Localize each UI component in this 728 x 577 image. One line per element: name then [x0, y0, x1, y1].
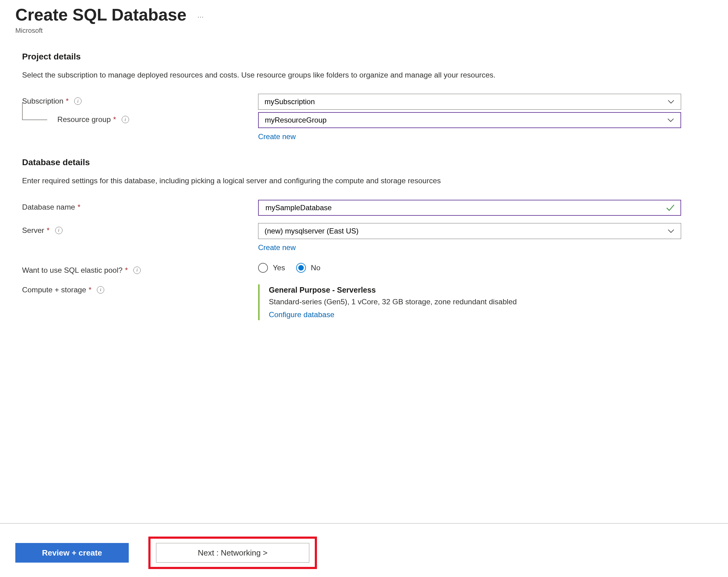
- wizard-footer: Review + create Next : Networking >: [0, 523, 728, 577]
- compute-storage-title: General Purpose - Serverless: [269, 286, 681, 294]
- chevron-down-icon: [667, 116, 675, 124]
- required-indicator: *: [88, 286, 92, 294]
- configure-database-link[interactable]: Configure database: [269, 310, 334, 319]
- database-name-label: Database name *: [22, 200, 258, 211]
- subscription-label: Subscription * i: [22, 94, 258, 105]
- resource-group-dropdown[interactable]: myResourceGroup: [258, 112, 681, 128]
- indent-branch-icon: [22, 102, 47, 120]
- elastic-pool-radio-yes[interactable]: Yes: [258, 263, 285, 273]
- radio-icon: [258, 263, 268, 273]
- project-details-description: Select the subscription to manage deploy…: [22, 70, 650, 81]
- chevron-down-icon: [667, 98, 675, 106]
- compute-storage-summary: General Purpose - Serverless Standard-se…: [258, 284, 681, 320]
- required-indicator: *: [66, 97, 69, 105]
- resource-group-label: Resource group * i: [22, 112, 258, 124]
- resource-group-create-new-link[interactable]: Create new: [258, 132, 296, 141]
- elastic-pool-radio-no[interactable]: No: [296, 263, 320, 273]
- page-subtitle: Microsoft: [15, 27, 728, 35]
- subscription-dropdown[interactable]: mySubscription: [258, 94, 681, 110]
- info-icon[interactable]: i: [133, 267, 141, 274]
- resource-group-dropdown-value: myResourceGroup: [265, 116, 327, 124]
- database-details-heading: Database details: [22, 158, 690, 167]
- next-networking-button[interactable]: Next : Networking >: [156, 543, 309, 562]
- required-indicator: *: [47, 226, 49, 235]
- elastic-pool-label: Want to use SQL elastic pool? * i: [22, 263, 258, 274]
- server-label-text: Server: [22, 226, 44, 235]
- review-create-button[interactable]: Review + create: [15, 543, 129, 562]
- page-title: Create SQL Database: [15, 5, 186, 24]
- elastic-pool-yes-label: Yes: [273, 264, 285, 272]
- chevron-down-icon: [667, 227, 675, 235]
- elastic-pool-radio-group: Yes No: [258, 263, 681, 273]
- elastic-pool-no-label: No: [311, 264, 320, 272]
- database-name-input-wrap: [258, 200, 681, 216]
- info-icon[interactable]: i: [122, 116, 129, 123]
- next-button-highlight: Next : Networking >: [148, 536, 317, 569]
- compute-storage-label: Compute + storage * i: [22, 284, 258, 294]
- server-label: Server * i: [22, 223, 258, 235]
- elastic-pool-label-text: Want to use SQL elastic pool?: [22, 266, 123, 274]
- more-actions-button[interactable]: ···: [198, 14, 204, 20]
- database-details-description: Enter required settings for this databas…: [22, 175, 650, 186]
- compute-storage-detail: Standard-series (Gen5), 1 vCore, 32 GB s…: [269, 297, 681, 306]
- required-indicator: *: [125, 266, 128, 274]
- resource-group-label-text: Resource group: [57, 115, 111, 124]
- database-name-input[interactable]: [265, 201, 664, 215]
- info-icon[interactable]: i: [97, 286, 104, 293]
- database-name-label-text: Database name: [22, 203, 75, 211]
- required-indicator: *: [78, 203, 80, 211]
- subscription-dropdown-value: mySubscription: [264, 98, 315, 106]
- project-details-heading: Project details: [22, 52, 690, 61]
- server-dropdown-value: (new) mysqlserver (East US): [264, 227, 359, 235]
- server-create-new-link[interactable]: Create new: [258, 243, 296, 252]
- info-icon[interactable]: i: [55, 227, 62, 234]
- compute-storage-label-text: Compute + storage: [22, 286, 86, 294]
- info-icon[interactable]: i: [74, 98, 81, 105]
- radio-icon: [296, 263, 306, 273]
- required-indicator: *: [113, 115, 116, 124]
- check-icon: [666, 203, 675, 212]
- server-dropdown[interactable]: (new) mysqlserver (East US): [258, 223, 681, 239]
